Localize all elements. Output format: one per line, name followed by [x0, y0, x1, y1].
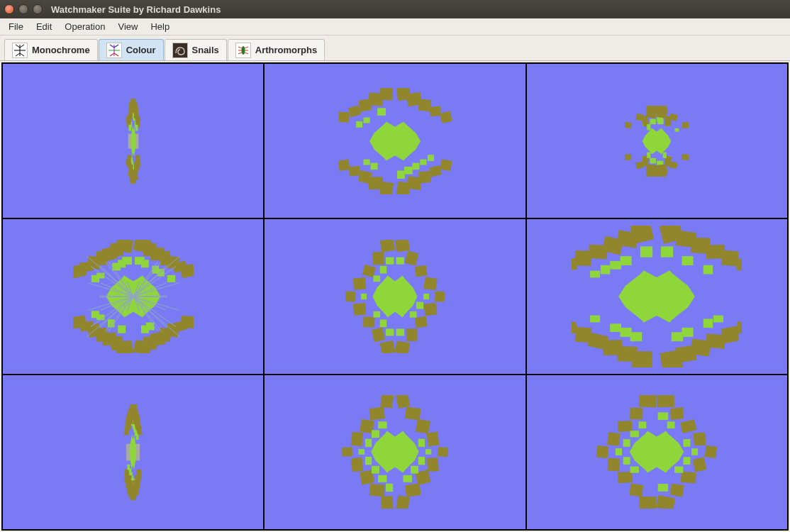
svg-rect-320 [658, 413, 669, 421]
svg-rect-340 [684, 439, 691, 447]
svg-rect-213 [630, 332, 642, 341]
svg-rect-59 [363, 117, 369, 123]
svg-rect-326 [630, 408, 643, 420]
biomorph-cell[interactable] [3, 219, 263, 373]
svg-rect-335 [693, 458, 707, 472]
biomorph-cell[interactable] [265, 219, 525, 373]
svg-rect-324 [670, 407, 684, 420]
svg-rect-319 [657, 395, 675, 407]
biomorph-cell[interactable] [527, 219, 787, 373]
svg-rect-273 [124, 469, 129, 478]
biomorph-cell[interactable] [265, 375, 525, 529]
svg-rect-64 [338, 111, 350, 122]
svg-rect-229 [611, 261, 622, 270]
svg-marker-2 [130, 126, 136, 157]
svg-rect-303 [426, 432, 439, 447]
tab-monochrome[interactable]: Monochrome [4, 39, 98, 60]
svg-rect-186 [373, 311, 380, 318]
svg-rect-56 [363, 159, 369, 165]
biomorph-cell[interactable] [265, 64, 525, 218]
tab-label: Snails [192, 45, 219, 55]
svg-rect-305 [351, 432, 363, 446]
svg-rect-182 [380, 266, 386, 274]
svg-rect-241 [737, 259, 742, 271]
close-icon[interactable] [4, 4, 14, 14]
svg-rect-47 [418, 171, 431, 183]
svg-rect-178 [372, 328, 385, 343]
svg-rect-114 [141, 260, 149, 267]
svg-rect-285 [405, 484, 421, 497]
svg-rect-338 [623, 458, 630, 465]
svg-rect-235 [575, 250, 591, 266]
svg-rect-55 [349, 166, 360, 176]
svg-rect-295 [372, 466, 379, 474]
svg-point-0 [241, 46, 245, 55]
titlebar: Watchmaker Suite by Richard Dawkins [0, 0, 790, 18]
biomorph-cell[interactable] [3, 375, 263, 529]
svg-rect-179 [380, 319, 386, 327]
tab-arthromorphs[interactable]: Arthromorphs [228, 39, 325, 60]
svg-marker-203 [618, 270, 695, 322]
svg-rect-201 [361, 294, 367, 299]
menu-edit[interactable]: Edit [30, 20, 57, 33]
svg-rect-98 [682, 122, 689, 128]
svg-rect-187 [415, 265, 428, 277]
svg-rect-95 [647, 124, 651, 130]
svg-rect-330 [618, 472, 633, 484]
svg-rect-302 [365, 457, 372, 465]
svg-rect-301 [351, 458, 363, 472]
biomorph-cell[interactable] [3, 64, 263, 218]
arthromorph-icon [235, 43, 251, 58]
svg-rect-347 [691, 449, 698, 455]
svg-rect-300 [418, 457, 425, 465]
svg-rect-144 [167, 275, 175, 282]
svg-rect-60 [440, 159, 452, 171]
svg-rect-53 [429, 165, 442, 177]
svg-rect-336 [684, 458, 691, 465]
menu-file[interactable]: File [3, 20, 29, 33]
svg-rect-306 [365, 439, 372, 447]
svg-rect-92 [647, 152, 651, 157]
svg-rect-333 [618, 421, 633, 432]
maximize-icon[interactable] [33, 4, 43, 14]
svg-rect-112 [118, 326, 126, 333]
svg-marker-168 [372, 276, 417, 318]
svg-rect-240 [590, 316, 600, 323]
svg-rect-63 [440, 111, 452, 123]
svg-rect-298 [372, 431, 379, 438]
svg-rect-293 [411, 466, 418, 474]
svg-rect-341 [607, 432, 621, 446]
menu-operation[interactable]: Operation [59, 20, 111, 33]
svg-rect-337 [608, 458, 621, 472]
menu-view[interactable]: View [112, 20, 143, 33]
svg-rect-277 [123, 426, 130, 436]
biomorph-cell[interactable] [527, 64, 787, 218]
svg-rect-175 [380, 240, 395, 253]
svg-rect-299 [427, 458, 439, 472]
svg-rect-33 [128, 124, 131, 131]
svg-rect-61 [428, 155, 434, 161]
tab-snails[interactable]: Snails [165, 39, 227, 60]
menu-help[interactable]: Help [145, 20, 175, 33]
biomorph-cell[interactable] [527, 375, 787, 529]
svg-rect-193 [423, 277, 437, 291]
svg-rect-346 [705, 445, 717, 458]
svg-rect-284 [380, 395, 394, 408]
svg-rect-50 [370, 162, 377, 170]
svg-rect-122 [112, 263, 121, 271]
svg-rect-274 [128, 465, 130, 470]
tab-colour[interactable]: Colour [99, 39, 164, 60]
svg-rect-217 [682, 328, 694, 337]
minimize-icon[interactable] [18, 4, 28, 14]
svg-rect-176 [386, 257, 394, 265]
svg-rect-141 [73, 315, 87, 328]
svg-rect-180 [405, 251, 419, 266]
breeding-grid-area [0, 61, 790, 532]
svg-marker-35 [369, 121, 421, 160]
svg-rect-313 [359, 450, 365, 455]
svg-rect-317 [658, 484, 669, 492]
svg-marker-315 [630, 431, 684, 473]
tabbar: Monochrome Colour Snails Arthromorphs [0, 35, 790, 61]
svg-rect-199 [423, 294, 429, 299]
svg-rect-321 [639, 395, 657, 407]
